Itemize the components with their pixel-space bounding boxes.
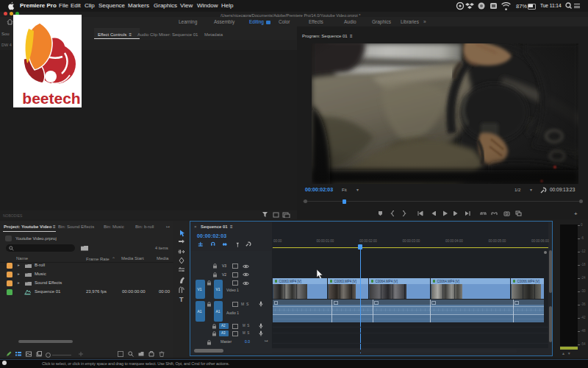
svg-text:beetech: beetech — [22, 90, 80, 107]
svg-text:T: T — [179, 296, 184, 302]
